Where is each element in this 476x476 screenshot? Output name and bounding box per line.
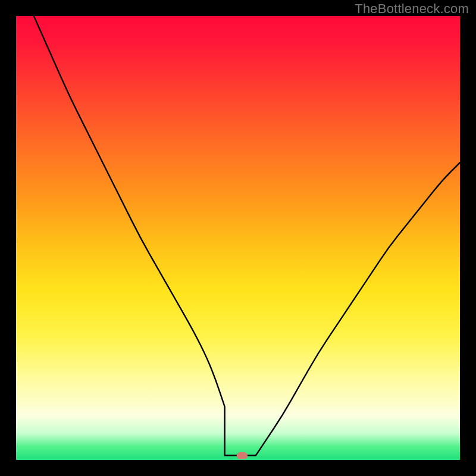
trough-marker [237, 452, 248, 459]
watermark-text: TheBottleneck.com [355, 1, 469, 17]
plot-area [16, 16, 460, 460]
chart-frame: TheBottleneck.com [0, 0, 476, 476]
bottleneck-curve [16, 16, 460, 460]
